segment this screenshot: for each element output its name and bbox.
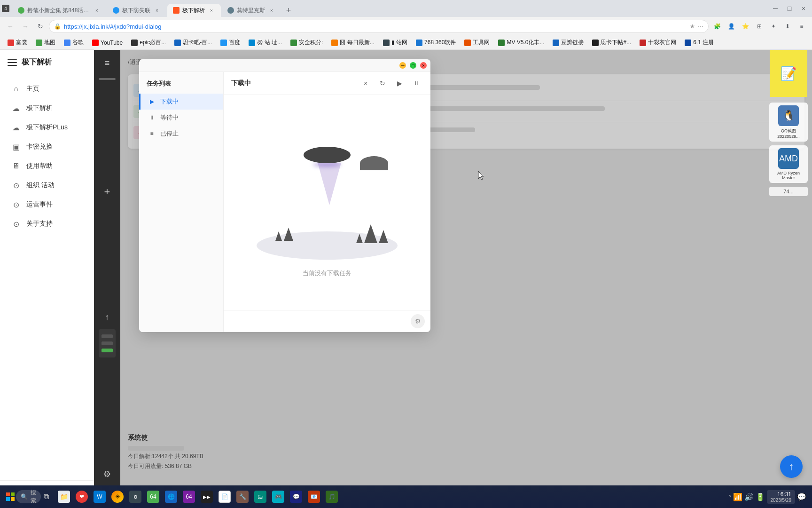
taskbar-app-7[interactable]: 🌐 xyxy=(163,488,180,505)
address-bar[interactable]: 🔒 https://jx.jixia.ink/#/jxdo?mdui-dialo… xyxy=(49,20,709,33)
content-panel: 下载中 × ↻ ▶ ⏸ xyxy=(224,72,430,332)
sidebar-item-home[interactable]: ⌂ 主页 xyxy=(4,79,90,98)
icon-sidebar-add[interactable]: + xyxy=(98,183,117,201)
nav-bar: ← → ↻ 🔒 https://jx.jixia.ink/#/jxdo?mdui… xyxy=(0,17,812,36)
back-button[interactable]: ← xyxy=(4,20,17,33)
task-waiting[interactable]: ⏸ 等待中 xyxy=(139,110,223,126)
favorite-button[interactable]: ✦ xyxy=(767,20,780,33)
bookmark-sika[interactable]: 思卡下帖#... xyxy=(588,38,635,48)
bookmark-douban[interactable]: 豆瓣链接 xyxy=(549,38,587,48)
window-minimize[interactable]: ─ xyxy=(769,2,782,15)
taskbar-app-4[interactable]: ☀ xyxy=(109,488,126,505)
taskbar-app-icon-14: 💬 xyxy=(290,491,302,503)
taskbar-app-1[interactable]: 📁 xyxy=(55,488,72,505)
taskbar-app-2[interactable]: ❤ xyxy=(73,488,90,505)
task-downloading[interactable]: ▶ 下载中 xyxy=(139,94,223,110)
bookmark-google[interactable]: 谷歌 xyxy=(60,38,87,48)
icon-sidebar-menu[interactable]: ≡ xyxy=(98,54,117,72)
qq-label-1: QQ截图20220529... xyxy=(772,128,805,139)
sidebar-item-card[interactable]: ▣ 卡密兑换 xyxy=(4,137,90,156)
taskbar-app-15[interactable]: 📧 xyxy=(305,488,322,505)
icon-sidebar-settings[interactable]: ⚙ xyxy=(98,465,117,484)
header-pause-button[interactable]: ⏸ xyxy=(410,77,423,90)
sidebar-item-help[interactable]: 🖥 使用帮助 xyxy=(4,157,90,175)
taskbar-app-5[interactable]: ⚙ xyxy=(127,488,144,505)
apps-button[interactable]: ⊞ xyxy=(753,20,766,33)
header-actions: × ↻ ▶ ⏸ xyxy=(359,77,423,90)
tray-expand-button[interactable]: ^ xyxy=(729,494,731,500)
hamburger-menu-icon[interactable] xyxy=(8,59,17,66)
new-tab-button[interactable]: + xyxy=(282,4,295,17)
collection-button[interactable]: ⭐ xyxy=(739,20,752,33)
notification-icon[interactable]: 💬 xyxy=(797,492,806,501)
bookmark-security[interactable]: 安全积分: xyxy=(287,38,327,48)
bookmark-tools[interactable]: 工具网 xyxy=(461,38,493,48)
scroll-to-top-button[interactable]: ↑ xyxy=(780,455,803,478)
taskbar-app-9[interactable]: ▶▶ xyxy=(198,488,215,505)
taskbar-app-14[interactable]: 💬 xyxy=(288,488,304,505)
settings-button[interactable]: ≡ xyxy=(795,20,808,33)
icon-sidebar-upload[interactable]: ↑ xyxy=(98,308,117,326)
tray-network-icon[interactable]: 📶 xyxy=(733,492,742,501)
task-stopped[interactable]: ■ 已停止 xyxy=(139,126,223,142)
sidebar-item-analysis[interactable]: ☁ 极下解析 xyxy=(4,99,90,118)
taskbar-app-3[interactable]: W xyxy=(91,488,108,505)
bookmark-zw[interactable]: ▮ 站网 xyxy=(379,38,411,48)
footer-settings-icon[interactable]: ⚙ xyxy=(411,314,425,328)
taskbar-search[interactable]: 🔍 搜索 xyxy=(20,488,37,505)
taskbar-app-8[interactable]: 64 xyxy=(180,488,197,505)
tab-4[interactable]: 莫特里克斯 × xyxy=(222,4,281,17)
bookmark-map[interactable]: 地图 xyxy=(32,38,59,48)
tab-3-close[interactable]: × xyxy=(208,7,215,14)
header-play-button[interactable]: ▶ xyxy=(393,77,406,90)
taskbar-app-13[interactable]: 🎮 xyxy=(270,488,287,505)
bookmark-daily[interactable]: 囧 每日最新... xyxy=(328,38,378,48)
sidebar-item-org[interactable]: ⊙ 组织 活动 xyxy=(4,176,90,195)
header-refresh-button[interactable]: ↻ xyxy=(376,77,389,90)
tab-4-close[interactable]: × xyxy=(268,7,275,14)
bookmark-360[interactable]: 768 360软件 xyxy=(412,38,460,48)
download-button[interactable]: ⬇ xyxy=(781,20,794,33)
tray-volume-icon[interactable]: 🔊 xyxy=(744,492,754,501)
dialog-maximize-button[interactable]: □ xyxy=(410,62,416,69)
taskbar-app-6[interactable]: 64 xyxy=(145,488,162,505)
tab-3[interactable]: 极下解析 × xyxy=(167,4,221,17)
taskbar-app-10[interactable]: 📄 xyxy=(216,488,233,505)
taskbar-app-11[interactable]: 🔧 xyxy=(234,488,251,505)
bookmark-fusang[interactable]: 富裳 xyxy=(4,38,31,48)
window-close[interactable]: × xyxy=(797,2,810,15)
taskbar-task-view[interactable]: ⧉ xyxy=(38,488,55,505)
bookmark-youtube[interactable]: YouTube xyxy=(88,39,126,47)
forward-button[interactable]: → xyxy=(19,20,32,33)
dialog-minimize-button[interactable]: ─ xyxy=(399,62,406,69)
sidebar-item-support[interactable]: ⊙ 关于支持 xyxy=(4,214,90,233)
taskbar-app-16[interactable]: 🎵 xyxy=(323,488,340,505)
tab-2-close[interactable]: × xyxy=(153,7,161,14)
tab-2[interactable]: 极下防失联 × xyxy=(107,4,166,17)
reload-button[interactable]: ↻ xyxy=(34,20,47,33)
bookmark-epic[interactable]: epic必百... xyxy=(127,38,170,48)
taskbar-app-12[interactable]: 🗂 xyxy=(252,488,269,505)
notes-widget[interactable]: 📝 xyxy=(770,50,807,97)
bookmark-v5[interactable]: MV V5.0化丰... xyxy=(494,38,548,48)
taskbar-app-icon-8: 64 xyxy=(183,491,195,503)
taskbar-clock-area[interactable]: 16:31 2023/5/29 xyxy=(767,490,796,504)
bookmark-skaba[interactable]: 思卡吧-百... xyxy=(171,38,216,48)
bookmark-shicat[interactable]: 十彩衣官网 xyxy=(636,38,680,48)
tray-battery-icon[interactable]: 🔋 xyxy=(756,492,765,501)
window-maximize[interactable]: □ xyxy=(783,2,796,15)
sidebar-item-analysis-plus[interactable]: ☁ 极下解析PLus xyxy=(4,118,90,137)
bookmark-register[interactable]: 6.1 注册 xyxy=(681,38,718,48)
bookmark-baidu[interactable]: 百度 xyxy=(217,38,244,48)
dialog-close-button[interactable]: × xyxy=(420,62,427,69)
bookmark-site[interactable]: @ 站 址... xyxy=(245,38,286,48)
bookmark-label: 思卡下帖#... xyxy=(601,39,631,47)
address-star-icon[interactable]: ★ xyxy=(690,23,695,30)
account-button[interactable]: 👤 xyxy=(725,20,738,33)
address-more-icon[interactable]: ⋯ xyxy=(698,23,703,30)
header-close-button[interactable]: × xyxy=(359,77,372,90)
sidebar-item-ops[interactable]: ⊙ 运营事件 xyxy=(4,195,90,214)
tab-1[interactable]: 撸笔小新全集 第848话 生... × xyxy=(12,4,106,17)
extensions-button[interactable]: 🧩 xyxy=(710,20,724,33)
tab-1-close[interactable]: × xyxy=(93,7,101,14)
